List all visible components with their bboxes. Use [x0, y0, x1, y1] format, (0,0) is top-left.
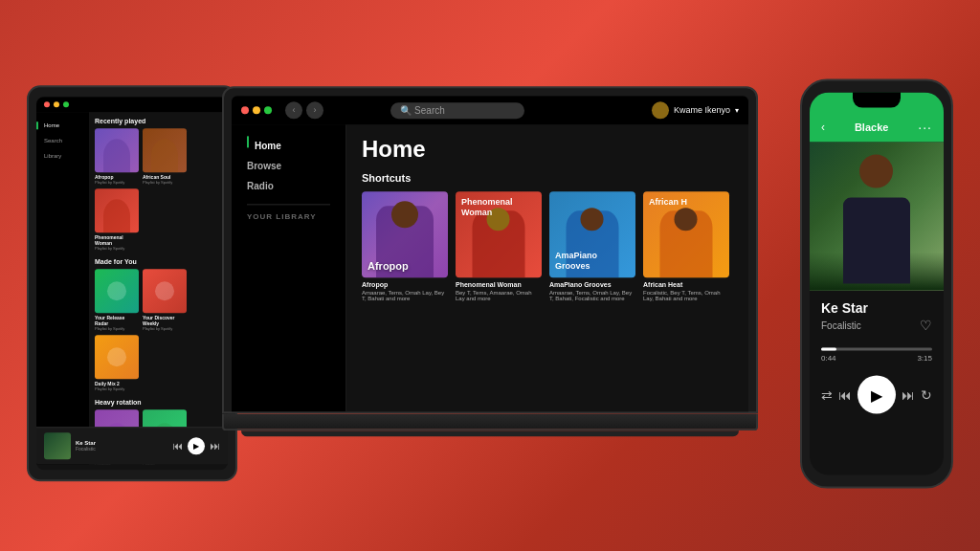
tablet-prev-icon[interactable]: ⏮ — [172, 440, 183, 452]
page-title: Home — [362, 136, 733, 163]
back-button[interactable]: ‹ — [285, 101, 302, 119]
phone-prev-icon[interactable]: ⏮ — [838, 387, 852, 403]
tablet-titlebar — [36, 97, 228, 112]
tablet-search-label: Search — [44, 138, 62, 143]
tablet-card-sub-daily: Playlist by Spotify — [95, 386, 139, 391]
afropop-label: Afropop — [368, 260, 409, 272]
phone-play-button[interactable]: ▶ — [858, 376, 896, 414]
amapiano-label: AmaPianoGrooves — [555, 252, 597, 273]
forward-button[interactable]: › — [306, 101, 323, 119]
laptop-content: Home Browse Radio YOUR LIBRARY Home Shor… — [232, 124, 748, 411]
amapiano-card-sub: Amaarae, Tems, Omah Lay, Bey T, Bahati, … — [549, 290, 635, 301]
tablet-made-for-you: Made for You Your Release Radar Playlist… — [95, 258, 222, 391]
back-chevron-icon[interactable]: ‹ — [821, 121, 825, 134]
sidebar-active-bar — [247, 136, 249, 147]
tablet-card-african-soul[interactable]: African Soul Playlist by Spotify — [143, 128, 187, 185]
tablet-card-sub-african-soul: Playlist by Spotify — [143, 180, 187, 185]
tablet-home-label: Home — [44, 122, 59, 128]
tablet-card-sub-discover: Playlist by Spotify — [143, 326, 187, 331]
tablet-sidebar-library[interactable]: Library — [36, 148, 89, 164]
phone-artist-name: Focalistic — [821, 320, 861, 330]
tablet-card-afropop[interactable]: Afropop Playlist by Spotify — [95, 128, 139, 185]
tablet-sidebar-search[interactable]: Search — [36, 133, 89, 148]
playlist-thumb-phenomenal: PhenomenalWoman — [456, 191, 542, 277]
phone-notch — [853, 93, 901, 108]
tablet-active-indicator — [36, 121, 38, 129]
tablet-card-phenomenal[interactable]: Phenomenal Woman Playlist by Spotify — [95, 188, 139, 251]
tablet-recently-played-title: Recently played — [95, 118, 222, 124]
search-placeholder: Search — [414, 105, 445, 116]
tablet-thumb-release-radar — [95, 269, 139, 313]
laptop-device: ‹ › 🔍 Search Kwame Ikenyo ▾ — [222, 86, 758, 436]
phone-next-icon[interactable]: ⏭ — [902, 387, 915, 403]
laptop-titlebar: ‹ › 🔍 Search Kwame Ikenyo ▾ — [232, 96, 748, 124]
tablet-player-controls: ⏮ ▶ ⏭ — [172, 437, 220, 454]
tl-green[interactable] — [264, 106, 272, 114]
tablet-device: Home Search Library Recently played — [27, 85, 237, 481]
tablet-player-info: Ke Star Focalistic — [76, 440, 167, 452]
phone-song-title: Ke Star — [821, 300, 932, 316]
tablet-play-button[interactable]: ▶ — [188, 437, 205, 454]
tablet-thumb-discover — [143, 269, 187, 313]
user-chevron-icon[interactable]: ▾ — [735, 106, 739, 115]
tl-yellow[interactable] — [253, 106, 260, 114]
tablet-card-sub-afropop: Playlist by Spotify — [95, 180, 139, 185]
tablet-card-sub-phenomenal: Playlist by Spotify — [95, 246, 139, 251]
phone-time-current: 0:44 — [821, 354, 836, 363]
tablet-traffic-green[interactable] — [63, 101, 69, 107]
playlist-card-phenomenal[interactable]: PhenomenalWoman Phenomenal Woman Bey T, … — [456, 191, 542, 301]
phone-repeat-icon[interactable]: ↻ — [921, 387, 932, 403]
phenomenal-card-title: Phenomenal Woman — [456, 281, 542, 288]
search-bar[interactable]: 🔍 Search — [390, 102, 524, 119]
phenomenal-card-sub: Bey T, Tems, Amaarae, Omah Lay and more — [456, 290, 542, 301]
tablet-library-label: Library — [44, 153, 61, 159]
tablet-thumb-afropop — [95, 128, 139, 172]
sidebar-item-radio[interactable]: Radio — [247, 176, 330, 196]
sidebar-library-label: YOUR LIBRARY — [232, 212, 345, 221]
tablet-main: Recently played Afropop Playlist by Spot… — [89, 112, 228, 464]
tl-red[interactable] — [241, 106, 249, 114]
tablet-sidebar-home[interactable]: Home — [36, 118, 89, 133]
tablet-player: Ke Star Focalistic ⏮ ▶ ⏭ — [36, 427, 228, 464]
tablet-made-for-you-title: Made for You — [95, 258, 222, 265]
sidebar-item-browse[interactable]: Browse — [247, 156, 330, 176]
playlist-card-afropop[interactable]: Afropop Afropop Amaarae, Tems, Omah Lay,… — [362, 191, 448, 301]
tablet-next-icon[interactable]: ⏭ — [210, 440, 220, 452]
phone-time-total: 3:15 — [917, 354, 932, 363]
phone-song-info: Ke Star Focalistic ♡ — [810, 291, 944, 342]
laptop-base-bottom — [241, 430, 739, 436]
shortcuts-title: Shortcuts — [362, 172, 733, 184]
sidebar-nav: Home Browse Radio — [232, 136, 345, 196]
tablet-traffic-yellow[interactable] — [54, 101, 59, 107]
tablet-card-discover[interactable]: Your Discover Weekly Playlist by Spotify — [143, 269, 187, 331]
phone-device: ‹ Blacke ··· Ke Star Focalistic ♡ — [800, 79, 953, 489]
tablet-card-title-release: Your Release Radar — [95, 315, 139, 326]
tablet-card-release-radar[interactable]: Your Release Radar Playlist by Spotify — [95, 269, 139, 331]
heart-icon[interactable]: ♡ — [920, 318, 932, 333]
african-heat-card-sub: Focalistic, Bey T, Tems, Omah Lay, Bahat… — [643, 290, 729, 301]
phone-song-artist-row: Focalistic ♡ — [821, 318, 932, 333]
tablet-traffic-red[interactable] — [44, 101, 50, 107]
tablet-card-sub-release: Playlist by Spotify — [95, 326, 139, 331]
playlist-card-amapiano[interactable]: AmaPianoGrooves AmaPiano Grooves Amaarae… — [549, 191, 635, 301]
sidebar-item-home[interactable]: Home — [247, 136, 330, 156]
playlist-thumb-amapiano: AmaPianoGrooves — [549, 191, 635, 277]
tablet-player-artist: Focalistic — [76, 446, 167, 452]
tablet-recently-played: Recently played Afropop Playlist by Spot… — [95, 118, 222, 251]
afropop-card-sub: Amaarae, Tems, Omah Lay, Bey T, Bahati a… — [362, 290, 448, 301]
tablet-card-daily-mix[interactable]: Daily Mix 2 Playlist by Spotify — [95, 335, 139, 391]
tablet-recently-played-grid: Afropop Playlist by Spotify African Soul… — [95, 128, 222, 251]
african-heat-card-title: African Heat — [643, 281, 729, 288]
tablet-card-title-discover: Your Discover Weekly — [143, 315, 187, 326]
laptop-base — [222, 413, 758, 430]
phone-shuffle-icon[interactable]: ⇄ — [821, 387, 833, 403]
person-body-phone — [843, 197, 910, 283]
tablet-made-for-you-grid: Your Release Radar Playlist by Spotify Y… — [95, 269, 222, 391]
tablet-heavy-rotation-title: Heavy rotation — [95, 399, 222, 406]
more-options-icon[interactable]: ··· — [918, 120, 932, 135]
phone-controls: ⇄ ⏮ ▶ ⏭ ↻ — [810, 368, 944, 422]
playlist-card-african-heat[interactable]: African H African Heat Focalistic, Bey T… — [643, 191, 729, 301]
phone-album-art — [810, 143, 944, 291]
phone-progress-bar[interactable] — [821, 348, 932, 351]
person-figure — [834, 149, 920, 283]
